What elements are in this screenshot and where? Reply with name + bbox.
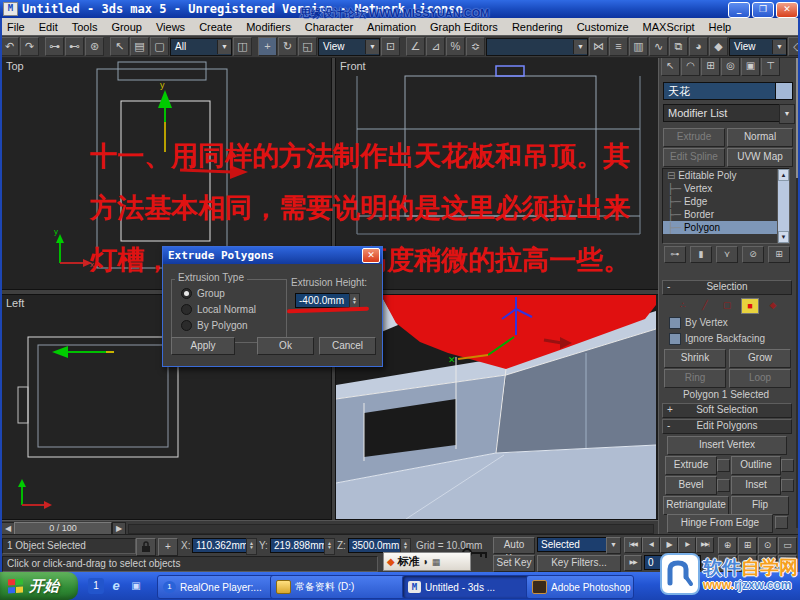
selection-lock-icon[interactable] xyxy=(136,538,156,556)
select-rotate-icon[interactable]: ↻ xyxy=(278,37,297,56)
radio-by-polygon[interactable]: By Polygon xyxy=(181,320,248,331)
hierarchy-tab-icon[interactable]: ⊞ xyxy=(701,57,720,76)
coord-system-dropdown[interactable]: View ▼ xyxy=(318,38,380,56)
viewport-top-label[interactable]: Top xyxy=(6,60,24,72)
task-folder-d-drive[interactable]: 常备资料 (D:) xyxy=(270,575,408,599)
schematic-view-icon[interactable]: ⧉ xyxy=(669,37,688,56)
chevron-down-icon[interactable]: ▼ xyxy=(779,104,795,124)
inset-settings-icon[interactable] xyxy=(781,479,794,492)
extrusion-height-input[interactable]: -400.0mm xyxy=(295,293,352,308)
ime-bar[interactable]: ◆ 标准 ◗ ▦ xyxy=(383,552,471,571)
loop-button[interactable]: Loop xyxy=(729,369,791,388)
bind-spacewarp-icon[interactable]: ⊛ xyxy=(85,37,104,56)
menu-character[interactable]: Character xyxy=(298,21,360,33)
start-button[interactable]: 开始 xyxy=(0,572,78,600)
insert-vertex-button[interactable]: Insert Vertex xyxy=(667,436,787,455)
show-end-result-icon[interactable]: ▮ xyxy=(690,246,712,263)
outline-button[interactable]: Outline xyxy=(731,456,781,475)
radio-local-normal[interactable]: Local Normal xyxy=(181,304,256,315)
modifier-list-dropdown[interactable]: Modifier List xyxy=(663,104,785,122)
menu-file[interactable]: File xyxy=(0,21,32,33)
stack-border-row[interactable]: ├─ Border xyxy=(663,208,789,221)
element-subobject-icon[interactable]: ◆ xyxy=(765,298,781,312)
z-coordinate-field[interactable]: 3500.0mm xyxy=(348,538,403,553)
make-unique-icon[interactable]: ⋎ xyxy=(716,246,738,263)
object-color-swatch[interactable] xyxy=(775,82,793,100)
menu-help[interactable]: Help xyxy=(702,21,739,33)
hinge-settings-icon[interactable] xyxy=(775,516,788,529)
grow-button[interactable]: Grow xyxy=(729,349,791,368)
chevron-down-icon[interactable]: ▼ xyxy=(573,40,587,54)
close-button[interactable]: ✕ xyxy=(776,2,798,18)
viewport-front-label[interactable]: Front xyxy=(340,60,366,72)
pin-stack-icon[interactable]: ⊶ xyxy=(664,246,686,263)
apply-button[interactable]: Apply xyxy=(171,337,235,355)
percent-snap-icon[interactable]: % xyxy=(446,37,465,56)
remove-modifier-icon[interactable]: ⊘ xyxy=(742,246,764,263)
bevel-settings-icon[interactable] xyxy=(717,479,730,492)
go-start-icon[interactable]: |◀◀ xyxy=(624,537,642,553)
ok-button[interactable]: Ok xyxy=(257,337,314,355)
menu-edit[interactable]: Edit xyxy=(32,21,65,33)
mirror-icon[interactable]: ⋈ xyxy=(589,37,608,56)
prev-frame-icon[interactable]: ◀| xyxy=(642,537,660,553)
align-icon[interactable]: ≡ xyxy=(609,37,628,56)
named-selection-dropdown[interactable]: ▼ xyxy=(486,38,588,56)
stack-scrollbar[interactable]: ▲ ▼ xyxy=(777,169,789,243)
stack-edge-row[interactable]: ├─ Edge xyxy=(663,195,789,208)
x-spinner[interactable]: ▲▼ xyxy=(246,538,257,556)
menu-rendering[interactable]: Rendering xyxy=(505,21,570,33)
menu-group[interactable]: Group xyxy=(104,21,149,33)
undo-icon[interactable]: ↶ xyxy=(0,37,19,56)
window-quick-icon[interactable]: ▣ xyxy=(128,578,144,594)
key-filters-button[interactable]: Key Filters... xyxy=(537,555,621,572)
ime-keyboard-icon[interactable]: ▦ xyxy=(432,557,441,567)
radio-dot[interactable] xyxy=(181,320,192,331)
angle-snap-icon[interactable]: ⊿ xyxy=(426,37,445,56)
ie-quick-icon[interactable]: e xyxy=(108,578,124,594)
edit-polygons-rollout-header[interactable]: - Edit Polygons xyxy=(662,419,792,434)
dialog-title-bar[interactable]: Extrude Polygons ✕ xyxy=(163,247,382,264)
stack-vertex-row[interactable]: ├─ Vertex xyxy=(663,182,789,195)
edit-spline-button[interactable]: Edit Spline xyxy=(663,148,725,167)
by-vertex-checkbox[interactable] xyxy=(669,317,681,329)
material-editor-icon[interactable]: ◕ xyxy=(689,37,708,56)
configure-modifier-icon[interactable]: ⊞ xyxy=(768,246,790,263)
minimize-button[interactable]: _ xyxy=(728,2,750,18)
viewport-perspective[interactable]: ✕ xyxy=(335,294,659,520)
ring-button[interactable]: Ring xyxy=(664,369,726,388)
selected-set-dropdown[interactable]: Selected xyxy=(537,537,610,552)
extrude-button[interactable]: Extrude xyxy=(665,456,717,475)
time-slider-track[interactable] xyxy=(128,524,654,534)
scroll-up-icon[interactable]: ▲ xyxy=(778,169,789,181)
unlink-icon[interactable]: ⊷ xyxy=(65,37,84,56)
layer-manager-icon[interactable]: ▥ xyxy=(629,37,648,56)
utilities-tab-icon[interactable]: ⊤ xyxy=(761,57,780,76)
polygon-subobject-icon[interactable]: ■ xyxy=(741,298,759,314)
object-name-input[interactable]: 天花 xyxy=(663,82,777,100)
select-scale-icon[interactable]: ◱ xyxy=(298,37,317,56)
ime-moon-icon[interactable]: ◗ xyxy=(423,556,429,567)
menu-create[interactable]: Create xyxy=(192,21,239,33)
link-icon[interactable]: ⊶ xyxy=(45,37,64,56)
snap-toggle-icon[interactable]: ∠ xyxy=(406,37,425,56)
inset-button[interactable]: Inset xyxy=(731,476,781,495)
menu-graph-editors[interactable]: Graph Editors xyxy=(423,21,505,33)
set-key-button[interactable]: Set Key xyxy=(493,555,535,572)
border-subobject-icon[interactable]: ▢ xyxy=(719,298,735,312)
x-coordinate-field[interactable]: 110.362mm xyxy=(192,538,249,553)
render-scene-icon[interactable]: ◆ xyxy=(709,37,728,56)
uvw-map-button[interactable]: UVW Map xyxy=(727,148,793,167)
select-object-icon[interactable]: ↖ xyxy=(110,37,129,56)
shrink-button[interactable]: Shrink xyxy=(664,349,726,368)
create-tab-icon[interactable]: ↖ xyxy=(661,57,680,76)
flip-button[interactable]: Flip xyxy=(731,496,789,515)
use-center-icon[interactable]: ⊡ xyxy=(381,37,400,56)
soft-selection-rollout-header[interactable]: + Soft Selection xyxy=(662,403,792,418)
window-crossing-icon[interactable]: ◫ xyxy=(233,37,252,56)
y-coordinate-field[interactable]: 219.898mm xyxy=(270,538,327,553)
chevron-down-icon[interactable]: ▼ xyxy=(365,40,379,54)
radio-group[interactable]: Group xyxy=(181,288,225,299)
modify-tab-icon[interactable]: ◠ xyxy=(681,57,700,76)
selection-filter-dropdown[interactable]: All ▼ xyxy=(170,38,232,56)
